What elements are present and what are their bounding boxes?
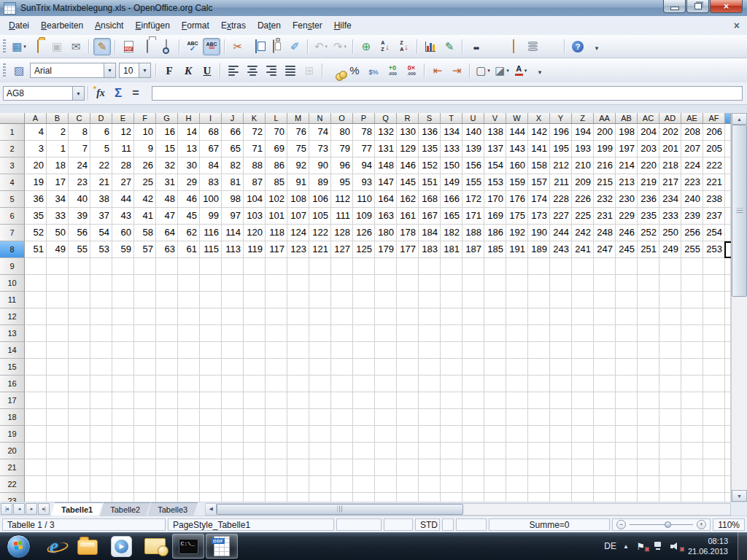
cell-L3[interactable]: 86 (266, 158, 287, 174)
cell-E13[interactable] (112, 325, 134, 342)
cell-P2[interactable]: 77 (353, 141, 375, 158)
format-paintbrush-button[interactable]: ✐ (286, 38, 303, 55)
cell-Y22[interactable] (550, 476, 572, 493)
cell-T18[interactable] (441, 409, 462, 426)
scroll-left-icon[interactable]: ◀ (206, 504, 217, 515)
cell-B6[interactable]: 33 (47, 208, 69, 225)
cell-A23[interactable] (25, 493, 47, 502)
cell-A4[interactable]: 19 (25, 174, 47, 191)
cell-G6[interactable]: 47 (156, 208, 178, 225)
status-zoom-level[interactable]: 110% (713, 518, 745, 531)
cell-R23[interactable] (397, 493, 419, 502)
cell-P18[interactable] (353, 409, 375, 426)
cell-J21[interactable] (222, 459, 244, 476)
sheet-tab-tabelle3[interactable]: Tabelle3 (147, 502, 198, 516)
cell-F13[interactable] (134, 325, 156, 342)
save-button[interactable]: ▣ (48, 38, 66, 55)
cell-AC6[interactable]: 235 (638, 208, 659, 225)
cell-X17[interactable] (528, 392, 550, 409)
cell-F3[interactable]: 26 (134, 158, 156, 174)
cell-I22[interactable] (200, 476, 222, 493)
cell-Y14[interactable] (550, 342, 572, 359)
cell-N17[interactable] (309, 392, 331, 409)
cell-AG15[interactable] (725, 359, 731, 376)
cell-T5[interactable]: 166 (441, 191, 462, 208)
cell-AF21[interactable] (703, 459, 725, 476)
standard-format-button[interactable]: $% (365, 62, 382, 79)
cell-W17[interactable] (506, 392, 528, 409)
cell-F11[interactable] (134, 292, 156, 308)
column-header-C[interactable]: C (69, 113, 90, 124)
cell-L19[interactable] (266, 426, 287, 443)
cell-J15[interactable] (222, 359, 244, 376)
cell-H17[interactable] (178, 392, 200, 409)
cell-K6[interactable]: 103 (244, 208, 266, 225)
previous-sheet-button[interactable]: ◂ (13, 503, 25, 515)
network-icon[interactable] (653, 541, 664, 551)
function-wizard-button[interactable]: fx (92, 85, 109, 101)
cell-M12[interactable] (287, 308, 309, 325)
cell-T15[interactable] (441, 359, 462, 376)
cell-AG16[interactable] (725, 376, 731, 392)
cell-X20[interactable] (528, 443, 550, 459)
cell-H14[interactable] (178, 342, 200, 359)
cell-AD4[interactable]: 217 (659, 174, 681, 191)
cell-F14[interactable] (134, 342, 156, 359)
cell-H16[interactable] (178, 376, 200, 392)
cell-U20[interactable] (462, 443, 484, 459)
cell-I17[interactable] (200, 392, 222, 409)
cell-Z3[interactable]: 210 (572, 158, 594, 174)
cell-E2[interactable]: 11 (112, 141, 134, 158)
cell-U2[interactable]: 139 (462, 141, 484, 158)
cell-AB5[interactable]: 230 (616, 191, 638, 208)
cell-K20[interactable] (244, 443, 266, 459)
cell-B4[interactable]: 17 (47, 174, 69, 191)
cell-F22[interactable] (134, 476, 156, 493)
cell-N6[interactable]: 105 (309, 208, 331, 225)
column-header-B[interactable]: B (47, 113, 69, 124)
cell-R16[interactable] (397, 376, 419, 392)
cell-X1[interactable]: 142 (528, 124, 550, 141)
cell-D14[interactable] (90, 342, 112, 359)
cell-V18[interactable] (484, 409, 506, 426)
cell-C13[interactable] (69, 325, 90, 342)
cell-N23[interactable] (309, 493, 331, 502)
cell-E11[interactable] (112, 292, 134, 308)
cell-G8[interactable]: 63 (156, 241, 178, 258)
cell-A5[interactable]: 36 (25, 191, 47, 208)
row-header-15[interactable]: 15 (0, 359, 25, 376)
cell-AG6[interactable] (725, 208, 731, 225)
align-center-button[interactable] (244, 62, 261, 79)
cell-Q6[interactable]: 163 (375, 208, 397, 225)
cell-P22[interactable] (353, 476, 375, 493)
cell-P17[interactable] (353, 392, 375, 409)
cell-G20[interactable] (156, 443, 178, 459)
cell-R6[interactable]: 161 (397, 208, 419, 225)
cell-Z12[interactable] (572, 308, 594, 325)
cell-H8[interactable]: 61 (178, 241, 200, 258)
cell-O6[interactable]: 111 (331, 208, 353, 225)
cell-Y2[interactable]: 195 (550, 141, 572, 158)
cell-E16[interactable] (112, 376, 134, 392)
cell-C1[interactable]: 8 (69, 124, 90, 141)
cell-D9[interactable] (90, 258, 112, 275)
cell-K8[interactable]: 119 (244, 241, 266, 258)
italic-button[interactable]: K (179, 62, 197, 79)
column-header-O[interactable]: O (331, 113, 353, 124)
menu-format[interactable]: Format (176, 17, 215, 35)
cell-D12[interactable] (90, 308, 112, 325)
font-size-combo[interactable]: 10▼ (119, 63, 151, 78)
find-replace-button[interactable]: ●● (467, 38, 484, 55)
cell-AE19[interactable] (681, 426, 703, 443)
cell-AE23[interactable] (681, 493, 703, 502)
cell-AG21[interactable] (725, 459, 731, 476)
cell-L17[interactable] (266, 392, 287, 409)
borders-button[interactable]: ▢▾ (474, 62, 492, 79)
cell-T19[interactable] (441, 426, 462, 443)
navigator-button[interactable] (486, 38, 503, 55)
cell-R5[interactable]: 162 (397, 191, 419, 208)
edit-mode-button[interactable]: ✎ (93, 38, 111, 55)
cell-P19[interactable] (353, 426, 375, 443)
cell-C12[interactable] (69, 308, 90, 325)
cell-J2[interactable]: 65 (222, 141, 244, 158)
